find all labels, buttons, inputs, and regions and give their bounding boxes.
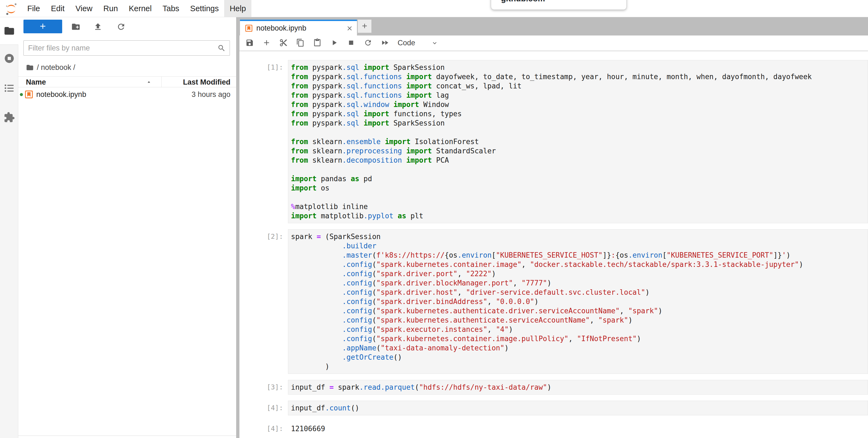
filter-files-input[interactable] — [24, 40, 230, 56]
file-browser-panel: / notebook / Name Last Modified notebook… — [18, 17, 236, 438]
copy-icon — [296, 38, 305, 47]
code-line — [291, 193, 865, 202]
column-header-modified[interactable]: Last Modified — [183, 78, 230, 87]
output-area: 12106669 — [288, 421, 868, 436]
refresh-icon — [117, 22, 126, 31]
copy-cells-button[interactable] — [292, 36, 309, 50]
search-icon — [217, 44, 226, 52]
code-line: from sklearn.decomposition import PCA — [291, 155, 865, 165]
breadcrumb-path: / notebook / — [37, 63, 75, 72]
input-prompt: [4]: — [267, 401, 288, 415]
input-prompt: [3]: — [267, 380, 288, 395]
file-row[interactable]: notebook.ipynb3 hours ago — [18, 88, 236, 100]
notebook-icon — [245, 24, 253, 32]
code-line: .config("spark.driver.host", "driver-ser… — [291, 288, 865, 297]
paste-cells-button[interactable] — [309, 36, 326, 50]
menu-item-tabs[interactable]: Tabs — [157, 0, 185, 17]
close-tab-icon[interactable] — [346, 25, 353, 32]
output-cell: [4]:12106669 — [267, 421, 868, 436]
code-line: .master(f'k8s://https://{os.environ["KUB… — [291, 251, 865, 260]
code-line: .config("spark.executor.instances", "4") — [291, 325, 865, 334]
menu-items: FileEditViewRunKernelTabsSettingsHelp — [22, 0, 251, 17]
plus-icon — [361, 22, 368, 30]
file-browser-icon[interactable] — [4, 25, 15, 36]
run-icon — [330, 38, 338, 47]
column-header-name[interactable]: Name — [26, 78, 46, 87]
tab-notebook[interactable]: notebook.ipynb — [240, 20, 357, 35]
new-launcher-button[interactable] — [24, 20, 62, 33]
code-line — [291, 165, 865, 174]
filebrowser-bottom-border — [18, 436, 236, 436]
cut-icon — [279, 38, 288, 47]
extensions-icon[interactable] — [4, 112, 15, 123]
running-sessions-icon[interactable] — [4, 53, 15, 64]
github-popup-text: github.com — [501, 0, 626, 3]
new-folder-button[interactable] — [71, 22, 81, 31]
menu-item-edit[interactable]: Edit — [45, 0, 70, 17]
restart-kernel-button[interactable] — [360, 36, 376, 50]
cell-type-label: Code — [398, 39, 415, 47]
refresh-button[interactable] — [117, 22, 126, 31]
file-listing-header: Name Last Modified — [18, 77, 236, 87]
code-line: %matplotlib inline — [291, 202, 865, 211]
menu-item-help[interactable]: Help — [224, 0, 251, 17]
notebook-icon — [25, 90, 33, 99]
code-line: input_df.count() — [291, 403, 865, 413]
new-tab-button[interactable] — [358, 20, 371, 33]
code-editor[interactable]: input_df = spark.read.parquet("hdfs://hd… — [288, 380, 868, 395]
notebook-content: [1]:from pyspark.sql import SparkSession… — [240, 51, 868, 438]
notebook-toolbar: Code — [240, 35, 868, 51]
menu-item-settings[interactable]: Settings — [185, 0, 224, 17]
code-line: .builder — [291, 241, 865, 251]
code-line: from pyspark.sql import SparkSession — [291, 63, 865, 72]
save-button[interactable] — [241, 36, 258, 50]
jupyter-logo-icon — [5, 2, 18, 16]
code-line: input_df = spark.read.parquet("hdfs://hd… — [291, 383, 865, 392]
table-of-contents-icon[interactable] — [4, 82, 15, 94]
code-editor[interactable]: input_df.count() — [288, 401, 868, 415]
upload-button[interactable] — [93, 22, 102, 31]
stop-icon — [347, 38, 355, 47]
main-dock-panel: notebook.ipynb Code [1]:from pyspark.sql… — [240, 17, 868, 438]
menu-item-kernel[interactable]: Kernel — [123, 0, 157, 17]
code-line: from pyspark.sql.functions import lag — [291, 91, 865, 100]
breadcrumb[interactable]: / notebook / — [26, 63, 75, 72]
code-line: from pyspark.sql.functions import dayofw… — [291, 72, 865, 81]
restart-icon — [364, 38, 372, 47]
code-line: .getOrCreate() — [291, 353, 865, 362]
code-line: .config("spark.driver.port", "2222") — [291, 269, 865, 279]
menu-item-run[interactable]: Run — [98, 0, 123, 17]
puzzle-icon — [4, 112, 15, 123]
cut-cells-button[interactable] — [275, 36, 292, 50]
output-prompt: [4]: — [267, 421, 288, 436]
code-line: .config("spark.kubernetes.authenticate.s… — [291, 316, 865, 325]
panel-resize-handle[interactable] — [236, 17, 240, 438]
code-line: .appName("taxi-data-anomaly-detection") — [291, 343, 865, 353]
input-prompt: [1]: — [267, 60, 288, 223]
kernel-running-dot — [20, 93, 23, 96]
code-line: from sklearn.ensemble import IsolationFo… — [291, 137, 865, 146]
code-line: .config("spark.kubernetes.container.imag… — [291, 334, 865, 343]
menu-item-view[interactable]: View — [70, 0, 98, 17]
run-cell-button[interactable] — [326, 36, 342, 50]
file-name: notebook.ipynb — [36, 90, 86, 99]
code-line: .config("spark.driver.bindAddress", "0.0… — [291, 297, 865, 306]
github-popup: github.com — [491, 0, 627, 10]
interrupt-kernel-button[interactable] — [342, 36, 360, 50]
chevron-down-icon — [431, 39, 438, 47]
add-cell-button[interactable] — [258, 36, 275, 50]
code-line: import matplotlib.pyplot as plt — [291, 211, 865, 221]
code-line: from sklearn.preprocessing import Standa… — [291, 146, 865, 155]
code-editor[interactable]: spark = (SparkSession .builder .master(f… — [288, 229, 868, 374]
menu-item-file[interactable]: File — [22, 0, 45, 17]
code-line: spark = (SparkSession — [291, 232, 865, 241]
code-cell: [4]:input_df.count() — [267, 401, 868, 415]
restart-run-all-button[interactable] — [376, 36, 393, 50]
cell-type-dropdown[interactable]: Code — [398, 39, 438, 47]
code-editor[interactable]: from pyspark.sql import SparkSessionfrom… — [288, 60, 868, 223]
folder-icon — [4, 25, 15, 36]
code-line: ) — [291, 362, 865, 371]
home-folder-icon — [26, 64, 34, 71]
code-cell: [2]:spark = (SparkSession .builder .mast… — [267, 229, 868, 374]
input-prompt: [2]: — [267, 229, 288, 374]
